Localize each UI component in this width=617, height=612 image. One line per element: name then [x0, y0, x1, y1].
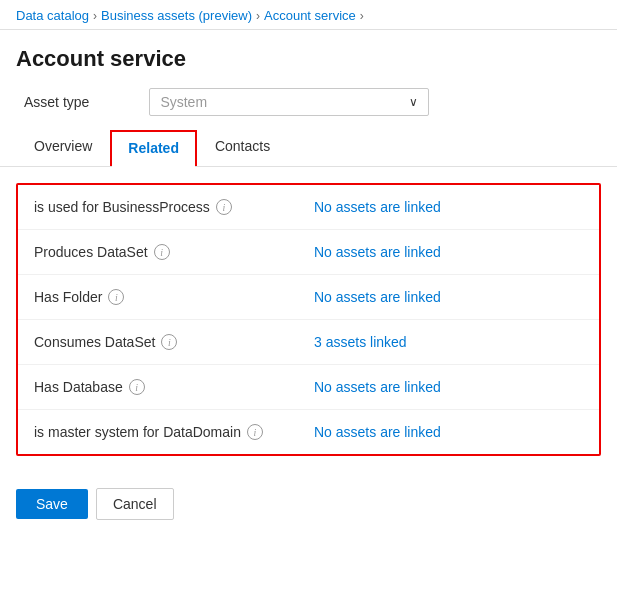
cancel-button[interactable]: Cancel [96, 488, 174, 520]
info-icon-4[interactable]: i [129, 379, 145, 395]
related-value-0[interactable]: No assets are linked [314, 199, 583, 215]
info-icon-1[interactable]: i [154, 244, 170, 260]
related-row-0: is used for BusinessProcess i No assets … [18, 185, 599, 230]
related-label-2: Has Folder i [34, 289, 314, 305]
related-row-3: Consumes DataSet i 3 assets linked [18, 320, 599, 365]
breadcrumb: Data catalog › Business assets (preview)… [0, 0, 617, 30]
tab-contacts[interactable]: Contacts [197, 128, 288, 166]
related-label-4: Has Database i [34, 379, 314, 395]
tab-related[interactable]: Related [110, 130, 197, 166]
related-label-text-3: Consumes DataSet [34, 334, 155, 350]
related-value-2[interactable]: No assets are linked [314, 289, 583, 305]
related-label-text-4: Has Database [34, 379, 123, 395]
chevron-down-icon: ∨ [409, 95, 418, 109]
related-section: is used for BusinessProcess i No assets … [16, 183, 601, 456]
related-label-text-1: Produces DataSet [34, 244, 148, 260]
related-value-4[interactable]: No assets are linked [314, 379, 583, 395]
asset-type-value: System [160, 94, 207, 110]
asset-type-label: Asset type [24, 94, 89, 110]
related-value-5[interactable]: No assets are linked [314, 424, 583, 440]
related-row-4: Has Database i No assets are linked [18, 365, 599, 410]
tab-overview[interactable]: Overview [16, 128, 110, 166]
tabs-container: Overview Related Contacts [0, 128, 617, 167]
breadcrumb-business-assets[interactable]: Business assets (preview) [101, 8, 252, 23]
breadcrumb-data-catalog[interactable]: Data catalog [16, 8, 89, 23]
related-row-5: is master system for DataDomain i No ass… [18, 410, 599, 454]
footer: Save Cancel [0, 472, 617, 536]
related-row-1: Produces DataSet i No assets are linked [18, 230, 599, 275]
related-label-5: is master system for DataDomain i [34, 424, 314, 440]
breadcrumb-sep-1: › [93, 9, 97, 23]
info-icon-5[interactable]: i [247, 424, 263, 440]
info-icon-3[interactable]: i [161, 334, 177, 350]
asset-type-row: Asset type System ∨ [0, 84, 617, 128]
related-label-text-2: Has Folder [34, 289, 102, 305]
related-label-text-5: is master system for DataDomain [34, 424, 241, 440]
breadcrumb-account-service[interactable]: Account service [264, 8, 356, 23]
page-title: Account service [0, 30, 617, 84]
info-icon-0[interactable]: i [216, 199, 232, 215]
breadcrumb-sep-3: › [360, 9, 364, 23]
related-value-1[interactable]: No assets are linked [314, 244, 583, 260]
breadcrumb-sep-2: › [256, 9, 260, 23]
related-row-2: Has Folder i No assets are linked [18, 275, 599, 320]
asset-type-dropdown[interactable]: System ∨ [149, 88, 429, 116]
related-label-text-0: is used for BusinessProcess [34, 199, 210, 215]
related-value-3[interactable]: 3 assets linked [314, 334, 583, 350]
related-label-1: Produces DataSet i [34, 244, 314, 260]
related-label-0: is used for BusinessProcess i [34, 199, 314, 215]
related-label-3: Consumes DataSet i [34, 334, 314, 350]
info-icon-2[interactable]: i [108, 289, 124, 305]
save-button[interactable]: Save [16, 489, 88, 519]
